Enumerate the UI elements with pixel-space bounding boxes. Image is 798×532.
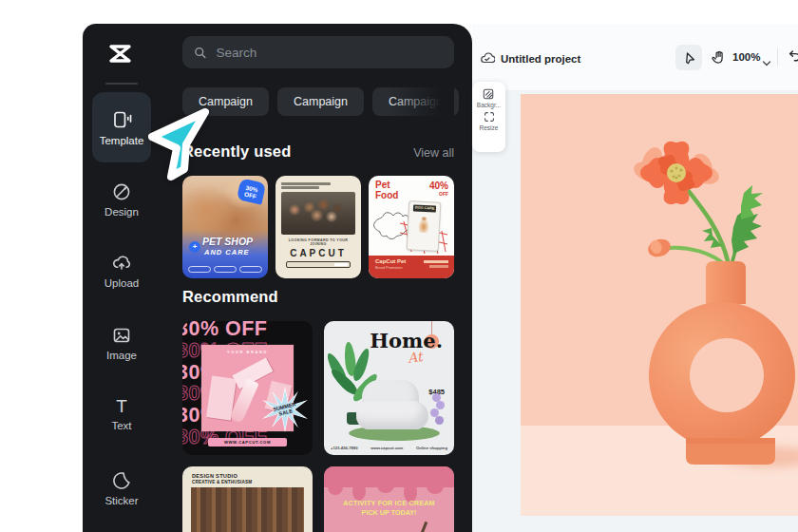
card-title: DESIGN STUDIO: [192, 473, 252, 479]
text-icon: T: [116, 397, 127, 416]
sidebar-item-label: Image: [106, 350, 137, 361]
card-title: Home.: [370, 329, 443, 352]
leaf: [741, 185, 763, 219]
sidebar-item-sticker[interactable]: Sticker: [83, 470, 161, 506]
resize-label: Resize: [480, 124, 499, 131]
card-title: CAPCUT: [281, 248, 355, 258]
sidebar-item-label: Text: [111, 420, 131, 431]
card-footer: +123-456-7890www.capcut.comOnline shoppi…: [331, 446, 447, 450]
background-icon: [482, 87, 495, 101]
template-card-icecream[interactable]: ACTIVITY FOR ICE CREAM PICK UP TODAY!: [324, 466, 454, 532]
group-photo: [191, 487, 304, 532]
project-title[interactable]: Untitled project: [501, 53, 580, 65]
resize-button[interactable]: Resize: [480, 110, 499, 131]
design-canvas[interactable]: [521, 94, 798, 516]
resize-icon: [483, 110, 496, 124]
discount-badge: 30%OFF: [237, 178, 266, 204]
sidebar-divider: [105, 83, 138, 85]
card-title: PetFood: [375, 180, 398, 200]
background-button[interactable]: Backgr...: [477, 87, 501, 108]
design-icon: [111, 181, 132, 202]
chip-campaign[interactable]: Campaign: [277, 87, 364, 116]
recently-used-header: Recently used View all: [182, 142, 454, 161]
left-panel: Template Design Upload Image T Text: [83, 24, 472, 532]
toolbar-divider: [777, 48, 778, 66]
sidebar-item-label: Sticker: [104, 495, 138, 506]
view-all-link[interactable]: View all: [413, 146, 454, 160]
template-card-pet-shop[interactable]: 30%OFF + PET SHOP AND CARE: [182, 176, 268, 278]
card-script: At: [406, 349, 423, 366]
sidebar-item-image[interactable]: Image: [83, 325, 161, 361]
template-icon: [111, 109, 132, 130]
section-title: Recently used: [182, 142, 291, 161]
vase-body: [649, 302, 795, 448]
vase-artwork: [521, 94, 798, 516]
group-photo: [281, 192, 355, 235]
cloud-sync-icon: [480, 51, 495, 65]
sidebar-item-label: Upload: [104, 277, 139, 289]
card-subtitle: AND CARE: [204, 248, 250, 256]
chevron-down-icon[interactable]: [762, 54, 771, 62]
background-label: Backgr...: [477, 102, 501, 108]
drip-illustration: [324, 466, 454, 487]
card-title: PET SHOP: [202, 236, 253, 247]
template-card-studio[interactable]: DESIGN STUDIO CREATIVE & ENTHUSIASM: [182, 466, 313, 532]
capcut-app: Template Design Upload Image T Text: [0, 0, 798, 532]
capcut-logo-icon[interactable]: [104, 39, 139, 73]
spoon-illustration: [402, 522, 428, 532]
card-subtitle: LOOKING FORWARD TO YOUR JOINING: [281, 238, 355, 246]
hand-tool-button[interactable]: [711, 49, 727, 66]
discount-off: OFF: [439, 191, 448, 197]
template-card-capcut[interactable]: LOOKING FORWARD TO YOUR JOINING CAPCUT: [276, 176, 361, 278]
card-footer: CapCut Pet Brand Promotion: [369, 256, 454, 278]
template-card-home[interactable]: Home. At $485 +123-456-7890www.capcut.co…: [324, 321, 454, 455]
chip-campaign[interactable]: Campaign: [182, 87, 269, 116]
search-icon: [194, 46, 207, 60]
template-card-sale[interactable]: 30% OFF 30% OFF 30% OFF 30% OFF 30% OFF …: [182, 321, 313, 455]
sidebar-item-design[interactable]: Design: [83, 181, 161, 218]
sidebar-item-label: Template: [100, 135, 144, 146]
sidebar-item-upload[interactable]: Upload: [83, 253, 161, 289]
card-url: WWW.CAPCUT.COM: [208, 438, 287, 446]
template-card-pet-food[interactable]: PetFood 40% OFF DOG CARE CapC: [369, 176, 454, 278]
search-bar[interactable]: [182, 36, 454, 68]
sticker-icon: [111, 470, 132, 491]
paw-icon: +: [189, 241, 200, 253]
dog-illustration: [417, 216, 431, 234]
couch-illustration: [356, 380, 432, 433]
card-subtitle: PICK UP TODAY!: [324, 508, 454, 517]
section-title: Recommend: [182, 288, 278, 306]
chip-campaign[interactable]: Campaign: [372, 87, 459, 116]
sale-text: 30% OFF: [182, 321, 313, 340]
card-title: ACTIVITY FOR ICE CREAM: [324, 499, 454, 507]
card-subtitle: CREATIVE & ENTHUSIASM: [192, 480, 252, 484]
recommend-header: Recommend: [182, 288, 454, 306]
recently-used-row: 30%OFF + PET SHOP AND CARE LOOKING FORWA…: [182, 176, 454, 278]
select-tool-button[interactable]: [675, 45, 702, 70]
sidebar-item-template[interactable]: Template: [92, 92, 151, 162]
filter-chips: Campaign Campaign Campaign: [182, 87, 459, 116]
flower-center: [667, 163, 686, 182]
flower: [631, 137, 722, 209]
image-icon: [111, 325, 132, 346]
discount-pct: 40%: [429, 180, 448, 191]
template-panel: Campaign Campaign Campaign Recently used…: [182, 24, 454, 532]
undo-button[interactable]: [786, 48, 798, 65]
flower-bud: [646, 237, 673, 260]
card-buttons: [188, 266, 262, 273]
canvas-side-toolbar: Backgr... Resize: [472, 82, 505, 152]
dog-food-bag: DOG CARE: [407, 200, 442, 252]
summer-sale-burst: SUMMERSALE: [262, 387, 308, 432]
sidebar-item-label: Design: [104, 206, 139, 218]
search-input[interactable]: [215, 45, 443, 61]
cursor-icon: [682, 50, 696, 65]
vase-neck: [706, 261, 746, 304]
zoom-level[interactable]: 100%: [732, 51, 760, 63]
sidebar-item-text[interactable]: T Text: [83, 397, 161, 431]
upload-icon: [111, 253, 132, 274]
